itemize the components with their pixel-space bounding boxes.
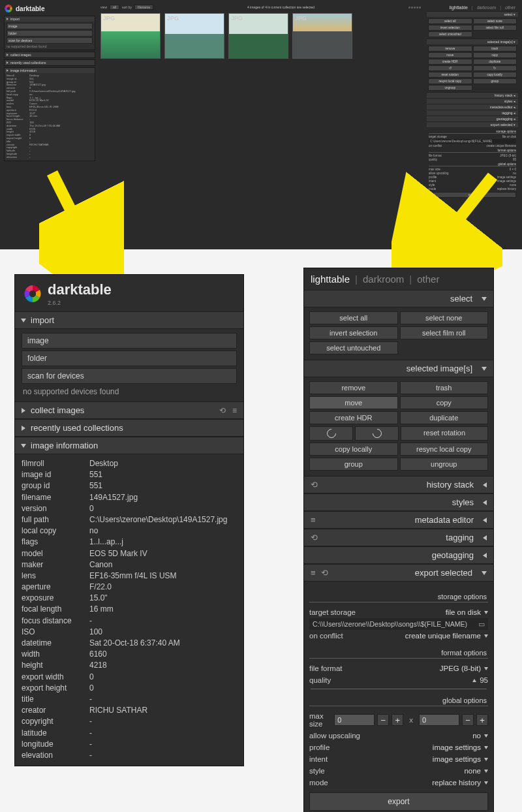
mini-selimg-btn[interactable]: group xyxy=(473,78,517,84)
mini-recent-header[interactable]: recently used collections xyxy=(5,60,95,65)
mini-select-header[interactable]: select ▾ xyxy=(427,11,518,17)
styles-header[interactable]: styles xyxy=(304,493,493,511)
select-none-button[interactable]: select none xyxy=(400,311,489,324)
mode-select[interactable]: replace history xyxy=(432,779,488,787)
reset-icon[interactable]: ⟲ xyxy=(219,406,226,415)
mini-view-lighttable[interactable]: lighttable xyxy=(450,5,468,10)
mini-selimg-btn[interactable]: ↺ xyxy=(428,65,472,71)
file-format-select[interactable]: JPEG (8-bit) xyxy=(440,664,488,672)
reset-icon[interactable]: ⟲ xyxy=(321,568,328,578)
rotate-left-button[interactable] xyxy=(309,426,353,441)
reset-icon[interactable]: ⟲ xyxy=(311,480,318,490)
collect-header[interactable]: collect images ⟲≡ xyxy=(15,401,243,419)
mini-selimg-btn[interactable]: copy xyxy=(473,52,517,58)
mini-selimg-btn[interactable]: resync local copy xyxy=(428,78,472,84)
mini-selimg-btn[interactable]: duplicate xyxy=(473,59,517,65)
import-scan-button[interactable]: scan for devices xyxy=(22,368,237,384)
export-path-field[interactable]: C:\\Users\\zerone\\Desktop\\songs\\$(FIL… xyxy=(309,618,488,630)
copy-button[interactable]: copy xyxy=(400,396,489,409)
duplicate-button[interactable]: duplicate xyxy=(400,411,489,424)
mini-module-header[interactable]: styles ◂ xyxy=(427,98,518,104)
mini-selimg-btn[interactable]: ↻ xyxy=(473,65,517,71)
trash-button[interactable]: trash xyxy=(400,381,489,394)
mini-selimg-btn[interactable]: trash xyxy=(473,46,517,52)
import-image-button[interactable]: image xyxy=(22,333,237,349)
upscaling-select[interactable]: no xyxy=(472,732,488,740)
quality-slider[interactable] xyxy=(311,689,487,689)
export-button[interactable]: export xyxy=(309,792,488,811)
mini-sort-select[interactable]: filename xyxy=(134,5,153,10)
mini-collect-header[interactable]: collect images xyxy=(5,52,95,57)
mini-export-header[interactable]: export selected ▾ xyxy=(427,121,518,127)
group-button[interactable]: group xyxy=(309,458,398,471)
mini-module-header[interactable]: tagging ◂ xyxy=(427,110,518,116)
browse-icon[interactable]: ▭ xyxy=(478,620,485,628)
selimg-header[interactable]: selected image[s] xyxy=(304,360,493,377)
thumbnail[interactable]: JPG xyxy=(228,13,288,59)
on-conflict-select[interactable]: create unique filename xyxy=(405,632,488,640)
mini-selimg-header[interactable]: selected image[s] ▾ xyxy=(427,39,518,44)
thumbnail[interactable]: JPG xyxy=(100,13,161,59)
view-darkroom[interactable]: darkroom xyxy=(363,273,404,285)
select-header[interactable]: select xyxy=(304,290,493,307)
reset-rotation-button[interactable]: reset rotation xyxy=(401,426,488,441)
move-button[interactable]: move xyxy=(309,396,398,409)
select-untouched-button[interactable]: select untouched xyxy=(309,341,398,354)
mini-import-btn[interactable]: scan for devices xyxy=(7,37,93,44)
mini-module-header[interactable]: metadata editor ◂ xyxy=(427,104,518,110)
view-lighttable[interactable]: lighttable xyxy=(311,273,350,285)
rotate-right-button[interactable] xyxy=(355,426,399,441)
mini-view-darkroom[interactable]: darkroom xyxy=(477,5,497,10)
hdr-button[interactable]: create HDR xyxy=(309,411,398,424)
info-header[interactable]: image information xyxy=(15,437,243,454)
style-select[interactable]: none xyxy=(464,767,488,775)
mini-module-header[interactable]: geotagging ◂ xyxy=(427,116,518,121)
select-filmroll-button[interactable]: select film roll xyxy=(400,326,489,339)
recent-header[interactable]: recently used collections xyxy=(15,419,243,437)
copy-locally-button[interactable]: copy locally xyxy=(309,443,398,456)
mini-selimg-btn[interactable]: move xyxy=(428,52,472,58)
mini-selimg-btn[interactable]: remove xyxy=(428,46,472,52)
profile-select[interactable]: image settings xyxy=(433,743,488,751)
max-height-stepper[interactable]: 0−+ xyxy=(419,714,488,726)
thumbnail[interactable]: JPG xyxy=(164,13,224,59)
export-header[interactable]: ≡⟲ export selected xyxy=(304,564,493,582)
mini-select-btn[interactable]: select none xyxy=(473,18,517,24)
geotagging-header[interactable]: geotagging xyxy=(304,546,493,564)
intent-select[interactable]: image settings xyxy=(433,755,488,763)
mini-import-header[interactable]: import xyxy=(5,16,95,22)
mini-select-btn[interactable]: invert selection xyxy=(428,25,472,31)
presets-icon[interactable]: ≡ xyxy=(311,568,316,578)
mini-view-other[interactable]: other xyxy=(505,5,515,10)
import-folder-button[interactable]: folder xyxy=(22,351,237,366)
view-other[interactable]: other xyxy=(417,273,439,285)
invert-selection-button[interactable]: invert selection xyxy=(309,326,398,339)
mini-select-btn[interactable]: select film roll xyxy=(473,25,517,31)
max-width-stepper[interactable]: 0−+ xyxy=(334,714,403,726)
mini-selimg-btn[interactable]: create HDR xyxy=(428,59,472,65)
mini-info-header[interactable]: image information xyxy=(5,68,95,73)
metadata-header[interactable]: ≡ metadata editor xyxy=(304,511,493,529)
mini-selimg-btn[interactable]: ungroup xyxy=(428,85,472,91)
select-all-button[interactable]: select all xyxy=(309,311,398,324)
ungroup-button[interactable]: ungroup xyxy=(400,458,489,471)
reset-icon[interactable]: ⟲ xyxy=(311,533,318,542)
mini-module-header[interactable]: history stack ◂ xyxy=(427,92,518,98)
mini-import-btn[interactable]: image xyxy=(7,23,93,29)
mini-select-btn[interactable]: select all xyxy=(428,18,472,24)
remove-button[interactable]: remove xyxy=(309,381,398,394)
quality-value[interactable]: 95 xyxy=(472,676,488,684)
import-header[interactable]: import xyxy=(15,311,243,329)
target-storage-select[interactable]: file on disk xyxy=(446,608,488,616)
resync-button[interactable]: resync local copy xyxy=(400,443,489,456)
tagging-header[interactable]: ⟲ tagging xyxy=(304,529,493,546)
presets-icon[interactable]: ≡ xyxy=(311,515,316,525)
presets-icon[interactable]: ≡ xyxy=(232,406,237,415)
thumbnail[interactable]: JPG xyxy=(292,13,352,59)
history-header[interactable]: ⟲ history stack xyxy=(304,476,493,493)
mini-selimg-btn[interactable]: copy locally xyxy=(473,72,517,78)
mini-view-select[interactable]: all xyxy=(110,5,119,10)
mini-select-btn[interactable]: select untouched xyxy=(428,31,472,37)
mini-import-btn[interactable]: folder xyxy=(7,30,93,37)
mini-selimg-btn[interactable]: reset rotation xyxy=(428,72,472,78)
